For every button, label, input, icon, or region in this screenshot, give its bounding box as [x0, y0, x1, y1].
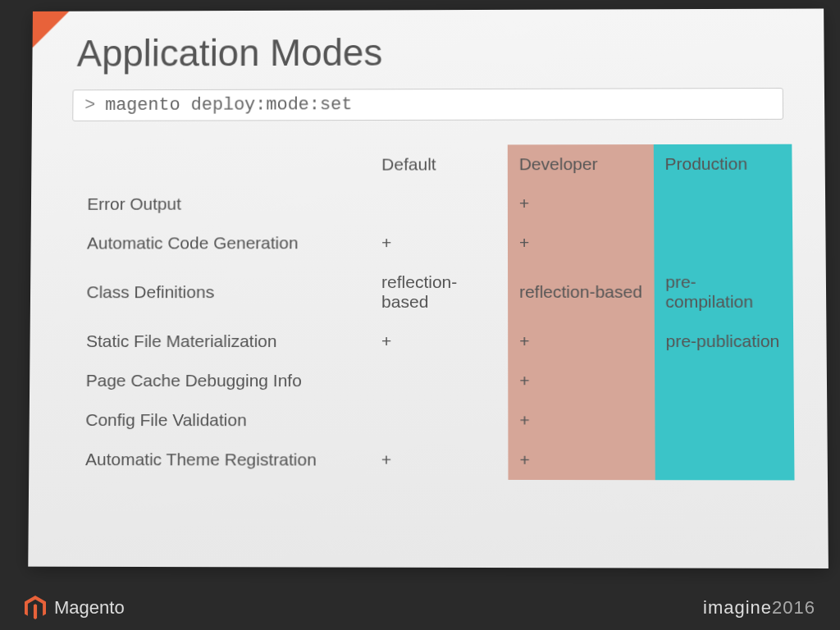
footer: Magento imagine2016 [0, 596, 840, 620]
slide-title: Application Modes [32, 8, 824, 83]
table-header-row: Default Developer Production [76, 144, 792, 185]
cell-developer: + [508, 400, 655, 440]
row-label: Error Output [75, 184, 370, 223]
cell-developer: + [508, 223, 654, 262]
cell-production [655, 441, 794, 481]
header-blank [76, 145, 371, 185]
cell-production [655, 361, 794, 400]
brand-name: Magento [54, 597, 125, 619]
cell-default: reflection-based [370, 262, 508, 322]
cell-production: pre-compilation [654, 262, 793, 322]
cell-default: + [370, 223, 508, 262]
prompt-icon: > [84, 95, 95, 116]
table-row: Class Definitions reflection-based refle… [75, 262, 793, 322]
cell-default [370, 400, 508, 440]
cell-default [370, 361, 508, 400]
row-label: Class Definitions [75, 262, 370, 322]
event-name: imagine2016 [703, 597, 815, 619]
table-row: Error Output + [75, 184, 792, 224]
cell-production [654, 223, 793, 262]
header-production: Production [653, 144, 792, 184]
brand-logo: Magento [25, 596, 125, 620]
row-label: Config File Validation [74, 400, 370, 440]
table-row: Automatic Code Generation + + [75, 223, 793, 263]
cell-default [370, 184, 508, 223]
event-year: 2016 [772, 597, 815, 618]
table-row: Config File Validation + [74, 400, 794, 441]
row-label: Page Cache Debugging Info [75, 361, 370, 400]
cell-developer: + [508, 441, 655, 481]
event-label: imagine [703, 597, 772, 618]
slide: Application Modes > magento deploy:mode:… [28, 8, 829, 568]
cell-default: + [370, 440, 509, 480]
cell-default: + [370, 322, 508, 361]
modes-table-wrap: Default Developer Production Error Outpu… [74, 144, 795, 481]
header-developer: Developer [508, 144, 654, 184]
row-label: Automatic Code Generation [75, 223, 370, 262]
command-text: magento deploy:mode:set [105, 94, 352, 116]
table-row: Automatic Theme Registration + + [74, 440, 795, 480]
cell-production [654, 184, 793, 223]
row-label: Automatic Theme Registration [74, 440, 370, 480]
cell-developer: + [508, 361, 655, 400]
cell-developer: + [508, 184, 654, 223]
command-bar: > magento deploy:mode:set [72, 88, 783, 121]
cell-developer: + [508, 322, 654, 361]
cell-developer: reflection-based [508, 262, 654, 322]
table-row: Static File Materialization + + pre-publ… [75, 322, 793, 361]
cell-production [655, 400, 794, 441]
modes-table: Default Developer Production Error Outpu… [74, 144, 795, 481]
header-default: Default [370, 144, 507, 184]
table-row: Page Cache Debugging Info + [75, 361, 794, 401]
cell-production: pre-publication [654, 322, 793, 361]
row-label: Static File Materialization [75, 322, 370, 361]
magento-icon [25, 596, 46, 620]
corner-accent [33, 11, 70, 48]
